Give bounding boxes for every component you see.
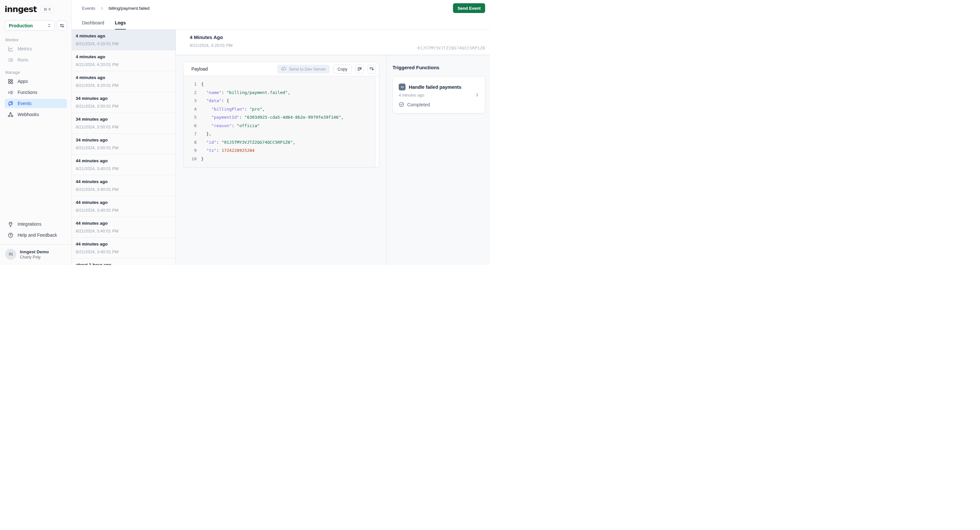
expand-lines-button[interactable] [367, 65, 376, 73]
line-number: 1 [184, 80, 197, 88]
event-relative-time: about 1 hour ago [76, 262, 172, 265]
lines-arrow-down-icon [369, 66, 374, 72]
inngest-logo: inngest [5, 5, 37, 13]
environment-select[interactable]: Production [5, 21, 55, 30]
event-relative-time: 4 minutes ago [76, 34, 172, 38]
code-line: 3 "data": { [184, 97, 375, 105]
payload-code[interactable]: 1{2 "name": "billing/payment.failed",3 "… [184, 76, 375, 168]
event-relative-time: 4 minutes ago [76, 54, 172, 59]
sidebar-item-webhooks[interactable]: Webhooks [5, 110, 67, 119]
sidebar-item-label: Functions [18, 90, 37, 95]
sidebar-item-runs[interactable]: Runs [5, 55, 67, 64]
event-timestamp: 8/21/2024, 4:20:01 PM [76, 62, 172, 67]
event-list-item[interactable]: 44 minutes ago8/21/2024, 3:40:01 PM [72, 175, 175, 196]
sidebar-item-label: Apps [18, 79, 28, 84]
event-detail-title: 4 Minutes Ago [190, 35, 233, 40]
sliders-icon [59, 23, 65, 28]
line-number: 3 [184, 97, 197, 105]
event-relative-time: 44 minutes ago [76, 242, 172, 246]
code-line: 7 }, [184, 130, 375, 138]
event-list-item[interactable]: 4 minutes ago8/21/2024, 4:20:01 PM [72, 50, 175, 71]
word-wrap-icon [357, 66, 362, 72]
code-line: 8 "id": "01J5TMY3VJTZ2QG74QCC5RP1Z8", [184, 138, 375, 147]
payload-card-header: Payload Send to Dev Server Copy [184, 62, 379, 76]
function-code-icon [399, 83, 406, 90]
tab-dashboard[interactable]: Dashboard [82, 16, 104, 29]
event-timestamp: 8/21/2024, 3:50:01 PM [76, 125, 172, 129]
sidebar-item-label: Help and Feedback [18, 233, 57, 238]
event-list-item[interactable]: 34 minutes ago8/21/2024, 3:50:01 PM [72, 113, 175, 134]
code-line-content: } [201, 155, 204, 163]
sidebar-item-label: Runs [18, 57, 28, 62]
functions-icon [8, 90, 13, 95]
sidebar-item-integrations[interactable]: Integrations [5, 219, 67, 228]
event-list-item[interactable]: 34 minutes ago8/21/2024, 3:50:01 PM [72, 134, 175, 155]
sidebar-nav: MonitorMetricsRunsManageAppsFunctionsEve… [0, 32, 72, 119]
word-wrap-button[interactable] [355, 65, 364, 73]
code-line-content: "id": "01J5TMY3VJTZ2QG74QCC5RP1Z8", [201, 138, 295, 147]
chevron-right-icon [475, 93, 480, 97]
event-list-item[interactable]: 4 minutes ago8/21/2024, 4:20:01 PM [72, 71, 175, 92]
event-list-item[interactable]: about 1 hour ago [72, 259, 175, 265]
sidebar-item-help-and-feedback[interactable]: Help and Feedback [5, 230, 67, 239]
triggered-function-card[interactable]: Handle failed payments 4 minutes ago Com… [393, 76, 485, 113]
tab-logs[interactable]: Logs [115, 16, 126, 29]
event-timestamp: 8/21/2024, 3:40:01 PM [76, 166, 172, 171]
payload-title: Payload [191, 66, 277, 72]
sidebar-item-functions[interactable]: Functions [5, 88, 67, 97]
triggered-functions-panel: Triggered Functions Handle failed paymen… [387, 55, 490, 265]
line-number: 4 [184, 105, 197, 113]
breadcrumb-current: billing/payment.failed [108, 6, 150, 11]
chevrons-up-down-icon [47, 23, 52, 28]
line-number: 7 [184, 130, 197, 138]
cloud-download-icon [281, 66, 286, 72]
breadcrumb-events-link[interactable]: Events [82, 6, 95, 11]
event-relative-time: 34 minutes ago [76, 117, 172, 121]
avatar: IN [5, 249, 16, 260]
sidebar-item-metrics[interactable]: Metrics [5, 44, 67, 53]
environment-settings-button[interactable] [57, 21, 67, 30]
main-area: Events billing/payment.failed Send Event… [72, 0, 490, 265]
line-number: 10 [184, 155, 197, 163]
event-timestamp: 8/21/2024, 4:20:01 PM [76, 41, 172, 46]
event-list-item[interactable]: 4 minutes ago8/21/2024, 4:20:01 PM [72, 30, 175, 50]
code-line: 1{ [184, 80, 375, 88]
send-event-button[interactable]: Send Event [453, 3, 485, 13]
event-relative-time: 44 minutes ago [76, 179, 172, 184]
environment-value: Production [9, 23, 47, 28]
event-list-item[interactable]: 44 minutes ago8/21/2024, 3:40:01 PM [72, 238, 175, 259]
event-list-item[interactable]: 44 minutes ago8/21/2024, 3:40:01 PM [72, 155, 175, 175]
nav-section-label: Manage [5, 70, 67, 75]
sidebar-item-events[interactable]: Events [5, 99, 67, 108]
copy-button[interactable]: Copy [333, 65, 352, 73]
sidebar-item-label: Webhooks [18, 112, 39, 117]
nav-section-label: Monitor [5, 38, 67, 42]
help-icon [8, 233, 13, 238]
sidebar-item-apps[interactable]: Apps [5, 77, 67, 86]
user-menu[interactable]: IN Inngest Demo Charly Poly [5, 244, 67, 265]
event-list-item[interactable]: 44 minutes ago8/21/2024, 3:40:01 PM [72, 217, 175, 238]
command-k-shortcut[interactable]: ⌘ K [41, 6, 54, 13]
code-line-content: "data": { [201, 97, 229, 105]
event-list-item[interactable]: 34 minutes ago8/21/2024, 3:50:01 PM [72, 92, 175, 113]
code-line: 2 "name": "billing/payment.failed", [184, 88, 375, 97]
sidebar-footer-nav: IntegrationsHelp and Feedback [5, 219, 67, 239]
apps-icon [8, 79, 13, 84]
line-number: 2 [184, 88, 197, 97]
sidebar-item-label: Metrics [18, 46, 32, 51]
event-list-item[interactable]: 44 minutes ago8/21/2024, 3:40:01 PM [72, 196, 175, 217]
event-relative-time: 44 minutes ago [76, 221, 172, 226]
code-line-content: "paymentId": "6303d925-cda5-4d64-8b2e-99… [201, 113, 344, 121]
events-icon [8, 101, 13, 106]
line-number: 5 [184, 113, 197, 121]
code-line-content: "name": "billing/payment.failed", [201, 88, 290, 97]
send-to-dev-server-button[interactable]: Send to Dev Server [277, 65, 329, 73]
event-id: 01J5TMY3VJTZ2QG74QCC5RP1Z8 [417, 46, 485, 50]
webhooks-icon [8, 112, 13, 117]
send-to-dev-server-label: Send to Dev Server [289, 67, 326, 72]
code-line-content: { [201, 80, 204, 88]
event-relative-time: 44 minutes ago [76, 158, 172, 163]
code-line-content: "ts": 1724228925284 [201, 146, 255, 155]
sidebar-item-label: Events [18, 101, 32, 106]
code-line: 5 "paymentId": "6303d925-cda5-4d64-8b2e-… [184, 113, 375, 121]
